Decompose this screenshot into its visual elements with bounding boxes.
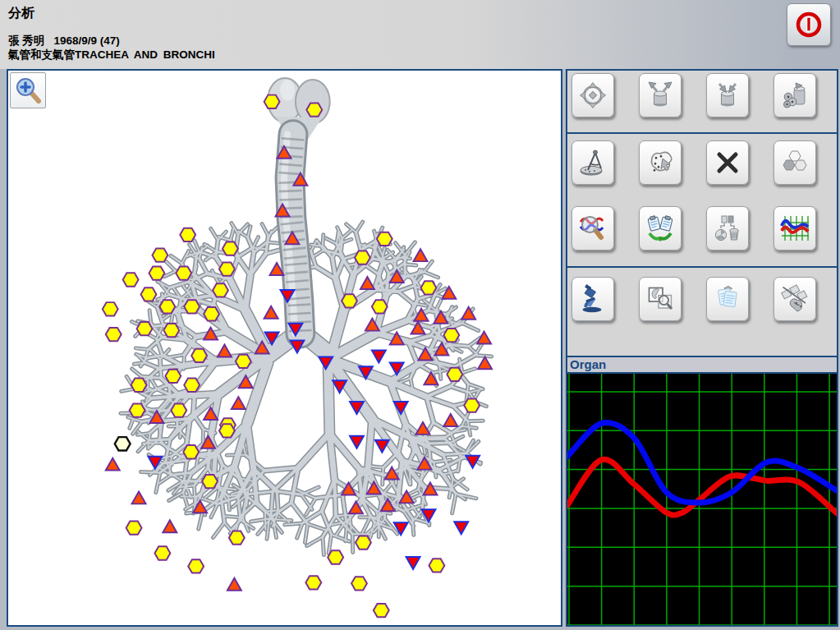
marker-hexagon[interactable] (342, 294, 357, 307)
report-icon (713, 284, 742, 314)
trachea-bronchi-image (8, 71, 561, 625)
rotate-arrows-button[interactable] (571, 73, 614, 117)
marker-hexagon[interactable] (149, 266, 164, 279)
compare-results-button[interactable] (639, 206, 682, 251)
marker-hexagon[interactable] (137, 322, 153, 335)
marker-hexagon[interactable] (328, 550, 343, 563)
marker-triangle-up[interactable] (218, 345, 232, 357)
graph-button[interactable] (773, 206, 816, 251)
organ-name-line: 氣管和支氣管TRACHEA AND BRONCHI (8, 48, 215, 62)
marker-hexagon[interactable] (123, 273, 139, 286)
marker-triangle-up[interactable] (163, 520, 177, 532)
marker-triangle-up[interactable] (132, 491, 146, 504)
marker-triangle-down[interactable] (406, 557, 420, 569)
marker-hexagon[interactable] (183, 445, 199, 458)
marker-hexagon[interactable] (103, 302, 118, 315)
marker-hexagon[interactable] (188, 559, 204, 573)
organ-section-header: Organ (567, 356, 837, 374)
exit-button[interactable] (787, 3, 831, 46)
marker-hexagon[interactable] (223, 242, 238, 255)
marker-triangle-up[interactable] (414, 249, 428, 261)
report-button[interactable] (706, 277, 749, 321)
marker-hexagon[interactable] (191, 349, 207, 362)
measure-compass-button[interactable] (571, 140, 614, 185)
select-area-button[interactable] (639, 140, 682, 185)
container-import-icon (713, 80, 742, 110)
marker-hexagon[interactable] (184, 300, 200, 313)
marker-hexagon[interactable] (464, 398, 480, 412)
marker-hexagon[interactable] (115, 437, 131, 450)
hexagons-button[interactable] (773, 140, 816, 185)
marker-hexagon[interactable] (213, 283, 228, 297)
anatomy-panel (7, 69, 562, 627)
wave-analysis-button[interactable] (571, 206, 614, 251)
marker-triangle-up[interactable] (443, 414, 457, 426)
marker-hexagon[interactable] (106, 328, 122, 341)
marker-hexagon[interactable] (176, 266, 191, 279)
marker-triangle-down[interactable] (454, 522, 468, 534)
marker-hexagon[interactable] (356, 536, 371, 549)
marker-hexagon[interactable] (171, 403, 186, 416)
vegeto-test-button[interactable] (773, 277, 816, 321)
marker-hexagon[interactable] (154, 546, 170, 559)
graph-icon (780, 214, 810, 243)
marker-hexagon[interactable] (163, 324, 179, 337)
marker-hexagon[interactable] (130, 403, 145, 416)
marker-triangle-down[interactable] (350, 436, 364, 448)
header: 分析 張 秀明 1968/9/9 (47) 氣管和支氣管TRACHEA AND … (0, 0, 840, 69)
specimen-jar-button[interactable] (773, 73, 816, 117)
marker-hexagon[interactable] (184, 379, 200, 392)
marker-triangle-up[interactable] (478, 356, 492, 369)
marker-hexagon[interactable] (306, 103, 322, 117)
microscope-button[interactable] (571, 277, 614, 321)
measure-compass-icon (578, 148, 608, 177)
marker-hexagon[interactable] (264, 95, 280, 108)
marker-triangle-up[interactable] (232, 397, 246, 409)
organ-preview-button[interactable] (639, 277, 682, 321)
marker-triangle-up[interactable] (264, 306, 278, 319)
marker-triangle-down[interactable] (372, 350, 386, 362)
marker-hexagon[interactable] (202, 475, 218, 488)
marker-hexagon[interactable] (374, 604, 389, 617)
organ-chart (567, 374, 837, 625)
marker-hexagon[interactable] (236, 355, 251, 368)
marker-hexagon[interactable] (351, 577, 367, 590)
rotate-arrows-icon (578, 80, 608, 110)
marker-hexagon[interactable] (131, 379, 147, 392)
container-export-icon (645, 80, 675, 110)
marker-hexagon[interactable] (447, 368, 462, 381)
marker-triangle-up[interactable] (106, 458, 120, 471)
marker-hexagon[interactable] (421, 281, 437, 294)
marker-hexagon[interactable] (152, 249, 168, 262)
marker-hexagon[interactable] (372, 300, 388, 313)
marker-hexagon[interactable] (204, 307, 219, 320)
zoom-button[interactable] (10, 72, 46, 108)
marker-triangle-up[interactable] (360, 277, 374, 289)
container-export-button[interactable] (639, 73, 682, 117)
marker-hexagon[interactable] (355, 251, 370, 264)
marker-hexagon[interactable] (219, 262, 235, 275)
select-area-icon (645, 148, 675, 177)
marker-hexagon[interactable] (305, 576, 321, 589)
marker-triangle-up[interactable] (227, 578, 241, 591)
toolbar-group-1 (567, 71, 837, 134)
close-x-button[interactable] (706, 140, 749, 185)
marker-hexagon[interactable] (443, 329, 459, 342)
container-import-button[interactable] (706, 73, 749, 117)
marker-hexagon[interactable] (229, 531, 245, 544)
wave-analysis-icon (578, 214, 608, 243)
delete-results-button[interactable] (706, 206, 749, 251)
organ-preview-icon (645, 284, 675, 314)
marker-hexagon[interactable] (159, 300, 175, 313)
zoom-in-icon (13, 76, 43, 105)
marker-hexagon[interactable] (165, 370, 181, 383)
marker-hexagon[interactable] (126, 522, 142, 535)
marker-hexagon[interactable] (429, 559, 444, 572)
close-x-icon (713, 148, 742, 177)
marker-hexagon[interactable] (141, 287, 157, 301)
marker-hexagon[interactable] (377, 232, 392, 246)
specimen-jar-icon (780, 80, 810, 110)
marker-hexagon[interactable] (180, 228, 195, 241)
marker-hexagon[interactable] (219, 424, 235, 437)
microscope-icon (578, 284, 608, 314)
